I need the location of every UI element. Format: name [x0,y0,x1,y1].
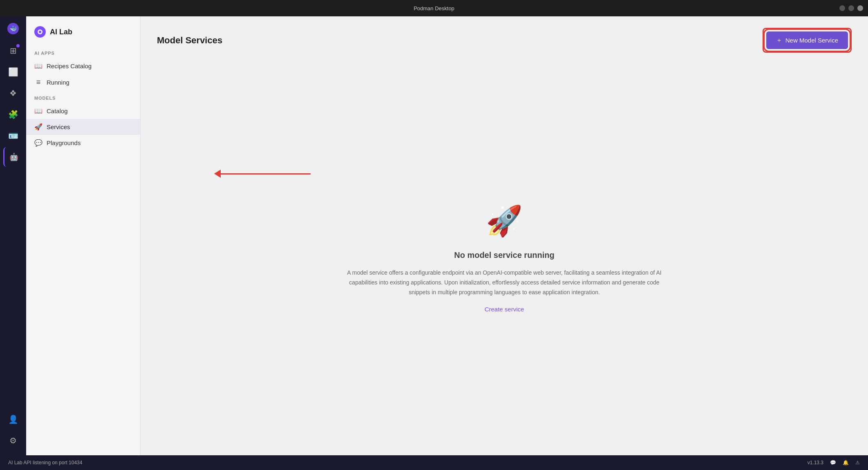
icon-rail: 🐳 ⊞ ⬜ ❖ 🧩 🪪 🤖 👤 ⚙ [0,16,26,455]
rocket-icon: 🚀 [486,204,523,238]
window-controls [839,5,863,11]
containers-icon: ⬜ [8,67,18,77]
rail-extensions[interactable]: 🧩 [3,105,23,124]
rail-user[interactable]: 👤 [3,410,23,429]
empty-state-title: No model service running [454,251,555,260]
svg-point-3 [39,31,41,33]
extensions-icon: 🧩 [8,110,18,119]
chat-icon: 💬 [830,460,836,466]
bell-icon: 🔔 [843,460,849,466]
rail-bottom: 👤 ⚙ [3,410,23,450]
minimize-btn[interactable] [839,5,845,11]
titlebar-title: Podman Desktop [414,5,454,11]
sidebar-header: AI Lab [26,23,140,46]
user-icon: 👤 [8,414,18,424]
alert-icon: ⚠ [855,460,860,466]
statusbar-right: v1.13.3 💬 🔔 ⚠ [808,460,860,466]
rail-dashboard[interactable]: ⊞ [3,41,23,60]
app-name: AI Lab [50,28,72,36]
catalog-label: Catalog [47,107,68,114]
main-header: Model Services ＋ New Model Service [141,16,868,61]
notification-dot [16,44,20,47]
version-label: v1.13.3 [808,460,823,466]
section-ai-apps: AI APPS [26,46,140,58]
page-title: Model Services [157,35,222,46]
sidebar: AI Lab AI APPS 📖 Recipes Catalog ≡ Runni… [26,16,141,455]
svg-text:🐳: 🐳 [10,25,17,32]
recipes-icon: 📖 [34,62,43,70]
sidebar-item-playgrounds[interactable]: 💬 Playgrounds [26,135,140,151]
pods-icon: ❖ [9,88,17,98]
podman-logo: 🐳 [6,21,20,36]
statusbar-message: AI Lab API listening on port 10434 [8,460,82,466]
running-label: Running [47,79,69,86]
maximize-btn[interactable] [848,5,854,11]
playgrounds-label: Playgrounds [47,139,81,146]
dashboard-icon: ⊞ [10,46,17,56]
rail-ailab[interactable]: 🤖 [3,147,23,167]
playgrounds-icon: 💬 [34,139,43,147]
empty-state-description: A model service offers a configurable en… [341,268,668,297]
rail-containers[interactable]: ⬜ [3,62,23,82]
running-icon: ≡ [34,78,43,87]
rail-registries[interactable]: 🪪 [3,126,23,145]
section-models: MODELS [26,91,140,103]
recipes-label: Recipes Catalog [47,63,92,69]
sidebar-item-catalog[interactable]: 📖 Catalog [26,103,140,119]
main-content-area: Model Services ＋ New Model Service 🚀 No … [141,16,868,455]
ailab-logo [34,26,46,38]
plus-icon: ＋ [776,36,782,44]
new-model-btn-highlight: ＋ New Model Service [763,28,852,53]
rail-settings[interactable]: ⚙ [3,431,23,450]
new-model-label: New Model Service [785,37,838,44]
close-btn[interactable] [857,5,863,11]
empty-state: 🚀 No model service running A model servi… [141,61,868,455]
titlebar: Podman Desktop [0,0,868,16]
settings-icon: ⚙ [9,436,17,445]
create-service-link[interactable]: Create service [485,306,524,313]
ailab-icon: 🤖 [9,152,18,161]
registries-icon: 🪪 [8,131,18,141]
statusbar: AI Lab API listening on port 10434 v1.13… [0,455,868,470]
services-label: Services [47,123,70,130]
sidebar-item-services[interactable]: 🚀 Services [26,119,140,135]
sidebar-item-recipes-catalog[interactable]: 📖 Recipes Catalog [26,58,140,74]
rail-pods[interactable]: ❖ [3,83,23,103]
sidebar-item-running[interactable]: ≡ Running [26,74,140,91]
new-model-service-button[interactable]: ＋ New Model Service [766,31,848,49]
services-icon: 🚀 [34,123,43,131]
catalog-icon: 📖 [34,107,43,115]
app-container: 🐳 ⊞ ⬜ ❖ 🧩 🪪 🤖 👤 ⚙ [0,16,868,455]
